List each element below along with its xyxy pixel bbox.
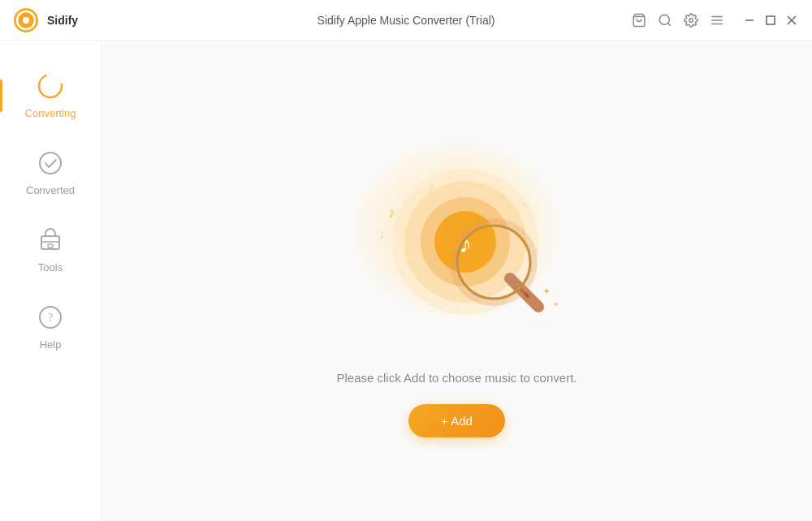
svg-text:♪: ♪ [388,205,395,221]
converted-icon [36,149,65,178]
converting-icon [36,71,65,101]
svg-point-6 [689,18,693,22]
svg-point-15 [40,153,61,174]
titlebar-controls [632,13,799,28]
close-button[interactable] [784,13,799,28]
converted-label: Converted [26,184,75,196]
app-logo-icon [13,7,39,33]
menu-icon[interactable] [710,13,724,28]
svg-text:♩: ♩ [380,230,384,239]
svg-rect-11 [767,16,775,24]
sidebar-item-tools[interactable]: Tools [0,211,101,288]
sidebar-item-converting[interactable]: Converting [0,57,101,134]
converting-label: Converting [25,107,76,119]
content-area: ♪ ♫ ♩ + + + + [102,41,812,521]
minimize-button[interactable] [742,13,757,28]
magnifier-illustration: ♪ ♫ ♩ + + + + [343,136,571,339]
help-icon: ? [36,303,65,332]
app-name-label: Sidify [47,14,78,27]
window-controls [742,13,799,28]
svg-text:✦: ✦ [553,300,559,308]
sidebar-item-converted[interactable]: Converted [0,134,101,211]
illustration: ♪ ♫ ♩ + + + + [327,124,587,351]
maximize-button[interactable] [763,13,778,28]
tools-label: Tools [38,261,63,273]
help-label: Help [40,338,62,351]
settings-icon[interactable] [684,13,698,28]
svg-point-2 [23,17,29,24]
svg-text:✦: ✦ [542,286,551,297]
titlebar: Sidify Sidify Apple Music Converter (Tri… [0,0,812,41]
svg-text:·: · [537,305,538,312]
tools-icon [36,226,65,255]
svg-rect-18 [48,244,53,248]
prompt-text: Please click Add to choose music to conv… [337,371,577,385]
main-layout: Converting Converted Tools [0,41,812,521]
search-icon[interactable] [658,13,672,28]
add-button[interactable]: + Add [408,404,505,437]
titlebar-left: Sidify [13,7,78,33]
svg-line-5 [667,23,670,25]
sidebar: Converting Converted Tools [0,41,102,521]
svg-point-14 [39,75,62,97]
svg-text:?: ? [48,312,53,324]
cart-icon[interactable] [632,13,646,28]
sidebar-item-help[interactable]: ? Help [0,288,101,365]
window-title: Sidify Apple Music Converter (Trial) [317,14,495,27]
svg-point-4 [659,15,669,24]
